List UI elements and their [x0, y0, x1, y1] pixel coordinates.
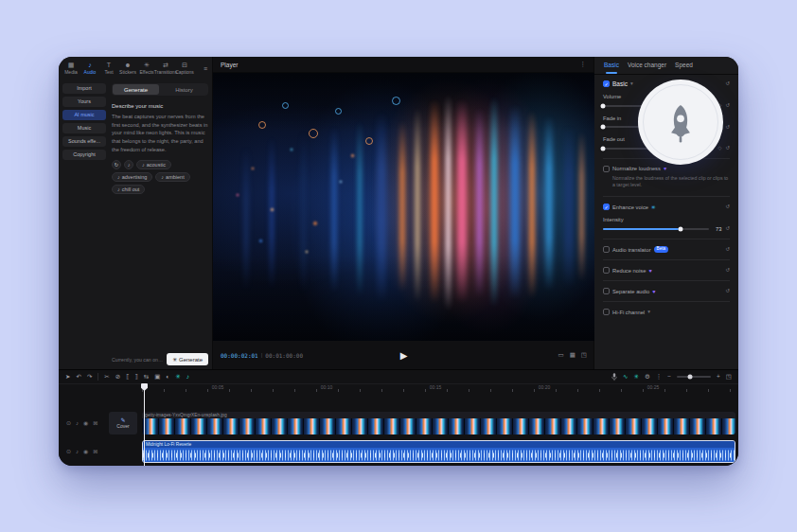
crop-icon[interactable]: ▣	[154, 374, 160, 381]
pro-heart-icon: ♥	[664, 166, 666, 171]
reset-intensity-icon[interactable]: ↺	[725, 226, 730, 232]
track-visibility-icon[interactable]: ⊙	[66, 448, 71, 454]
tab-captions[interactable]: ⊟ Captions	[175, 62, 194, 75]
nav-sound-effects[interactable]: Sounds effe...	[62, 136, 106, 147]
tab-audio[interactable]: ♪ Audio	[80, 62, 99, 75]
settings-icon[interactable]: ⚙	[645, 374, 650, 381]
nav-ai-music[interactable]: AI music	[62, 110, 106, 120]
asset-tab-bar: ▦ Media ♪ Audio T Text ☻ Stickers ✳ Effe…	[59, 57, 212, 80]
reset-separate-icon[interactable]: ↺	[725, 289, 730, 294]
tab-speed[interactable]: Speed	[675, 57, 693, 74]
chip-advertising[interactable]: ♪advertising	[112, 172, 152, 182]
ai-audio-icon[interactable]: ∿	[623, 374, 628, 381]
tab-text[interactable]: T Text	[99, 62, 118, 75]
chip-acoustic[interactable]: ♪acoustic	[136, 160, 171, 169]
basic-checkbox[interactable]: ✓	[603, 80, 610, 87]
generate-button[interactable]: ✳ Generate	[167, 353, 208, 365]
split-icon[interactable]: ✂	[104, 374, 109, 381]
nav-yours[interactable]: Yours	[62, 97, 106, 107]
trim-left-icon[interactable]: ⟦	[126, 374, 129, 381]
chip-ambient-label: ambient	[166, 174, 185, 180]
player-header: Player ⋮	[213, 57, 593, 73]
reset-fade-in-icon[interactable]: ↺	[725, 125, 730, 131]
tab-history[interactable]: History	[161, 84, 207, 95]
video-clip[interactable]: getty-images-YxvQmgrXEn-unsplash.jpg	[142, 412, 735, 434]
mask-icon[interactable]: ◐	[166, 374, 169, 381]
nav-music[interactable]: Music	[62, 123, 106, 133]
more-tools-icon[interactable]: ⋮	[656, 374, 663, 381]
ai-spark-icon: ✳	[651, 204, 656, 210]
player-more-icon[interactable]: ⋮	[580, 61, 587, 68]
intensity-value[interactable]: 73	[713, 226, 721, 232]
nav-copyright[interactable]: Copyright	[62, 150, 106, 160]
video-clip-thumbnails	[142, 418, 735, 434]
reset-volume-icon[interactable]: ↺	[725, 103, 730, 109]
lock-track-icon[interactable]: ⊠	[93, 448, 97, 454]
delete-icon[interactable]: ⊘	[115, 374, 120, 381]
fullscreen-icon[interactable]: ◳	[581, 351, 587, 359]
trim-right-icon[interactable]: ⟧	[134, 374, 137, 381]
nav-import[interactable]: Import	[62, 83, 106, 94]
reset-translator-icon[interactable]: ↺	[725, 247, 730, 253]
grid-overlay-icon[interactable]: ▦	[570, 351, 576, 359]
enhance-voice-checkbox[interactable]: ✓	[603, 204, 610, 210]
music-prompt-text[interactable]: The beat captures your nerves from the f…	[112, 113, 208, 153]
keyframe-icon[interactable]: ◇	[717, 146, 721, 151]
timeline-zoom-slider[interactable]	[677, 376, 711, 378]
ai-effects-icon[interactable]: ✳	[175, 374, 180, 381]
video-track-controls: ⊙ ♪ ◉ ⊠	[66, 419, 97, 426]
chevron-down-icon[interactable]: ▾	[647, 310, 650, 315]
normalize-checkbox[interactable]	[603, 166, 610, 172]
audio-translator-checkbox[interactable]	[603, 246, 610, 253]
playhead[interactable]	[144, 383, 145, 466]
timeline: ➤ ↶ ↷ ✂ ⊘ ⟦ ⟧ ⇆ ▣ ◐ ✳ ♪ ∿ ✳ ⚙ ⋮	[59, 369, 738, 466]
zoom-in-icon[interactable]: +	[717, 374, 720, 381]
fit-timeline-icon[interactable]: ◳	[726, 374, 732, 381]
note-tag-button[interactable]: ♪	[124, 160, 133, 169]
tab-media[interactable]: ▦ Media	[62, 62, 80, 75]
audio-clip[interactable]: Midnight Lo-Fi Reverie	[142, 440, 735, 463]
channel-checkbox[interactable]	[603, 309, 610, 315]
mirror-icon[interactable]: ⇆	[144, 374, 149, 381]
separate-audio-checkbox[interactable]	[603, 288, 610, 294]
mute-track-icon[interactable]: ♪	[76, 420, 79, 426]
chip-ambient[interactable]: ♪ambient	[155, 172, 189, 182]
reduce-noise-checkbox[interactable]	[603, 267, 610, 274]
reset-fade-out-icon[interactable]: ↺	[725, 146, 730, 151]
tab-stickers[interactable]: ☻ Stickers	[118, 62, 137, 75]
play-button[interactable]: ▶	[395, 349, 414, 362]
aspect-ratio-icon[interactable]: ▭	[558, 351, 564, 359]
chevron-down-icon[interactable]: ▾	[630, 81, 633, 87]
hide-track-icon[interactable]: ◉	[83, 419, 88, 426]
beat-detect-icon[interactable]: ♪	[186, 374, 189, 381]
zoom-out-icon[interactable]: −	[667, 374, 671, 381]
chip-acoustic-label: acoustic	[147, 162, 166, 168]
redo-icon[interactable]: ↷	[87, 374, 92, 381]
hide-track-icon[interactable]: ◉	[83, 448, 88, 454]
smart-edit-icon[interactable]: ✳	[633, 374, 638, 381]
chip-chill-out[interactable]: ♪chill out	[112, 185, 145, 194]
audio-track-controls: ⊙ ♪ ◉ ⊠	[66, 448, 97, 454]
track-visibility-icon[interactable]: ⊙	[66, 419, 71, 426]
mute-track-icon[interactable]: ♪	[76, 449, 79, 454]
lock-track-icon[interactable]: ⊠	[93, 419, 97, 426]
refresh-tags-button[interactable]: ↻	[112, 160, 121, 169]
select-tool-icon[interactable]: ➤	[65, 374, 70, 381]
undo-icon[interactable]: ↶	[76, 374, 80, 381]
tab-voice-changer[interactable]: Voice changer	[628, 57, 666, 74]
reset-enhance-icon[interactable]: ↺	[725, 204, 730, 210]
timeline-ruler[interactable]: 00:05 00:10 00:15 00:20 00:25	[142, 383, 738, 393]
tab-transitions[interactable]: ⇄ Transitions	[156, 62, 175, 75]
cover-button[interactable]: ✎ Cover	[109, 412, 137, 434]
basic-section-label: Basic	[612, 80, 628, 87]
panel-menu-icon[interactable]: ≡	[204, 65, 209, 72]
tab-generate[interactable]: Generate	[113, 84, 159, 95]
tab-basic[interactable]: Basic	[604, 57, 619, 74]
record-mic-icon[interactable]	[611, 373, 617, 381]
intensity-slider[interactable]	[603, 228, 709, 230]
player-viewport[interactable]	[213, 73, 594, 341]
media-icon: ▦	[68, 62, 75, 69]
reset-reduce-icon[interactable]: ↺	[725, 268, 730, 274]
reset-basic-icon[interactable]: ↺	[725, 81, 730, 87]
rocket-logo-badge	[638, 80, 723, 165]
